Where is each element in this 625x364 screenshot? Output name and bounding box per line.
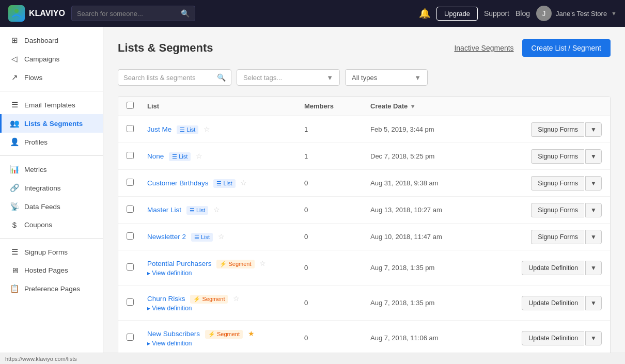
inactive-segments-link[interactable]: Inactive Segments	[454, 44, 513, 52]
sidebar: ⊞Dashboard◁Campaigns↗Flows☰Email Templat…	[0, 27, 103, 353]
segment-type-icon: ⚡	[208, 331, 215, 338]
star-icon[interactable]: ☆	[233, 294, 240, 303]
sidebar-item-hosted-pages[interactable]: 🖥Hosted Pages	[0, 261, 103, 279]
sidebar-item-signup-forms[interactable]: ☰Signup Forms	[0, 243, 103, 261]
view-definition-link[interactable]: View definition	[147, 270, 300, 277]
signup-forms-button[interactable]: Signup Forms	[531, 176, 584, 191]
main-content: Lists & Segments Inactive Segments Creat…	[103, 27, 625, 353]
star-icon[interactable]: ☆	[204, 125, 210, 133]
signup-forms-button[interactable]: Signup Forms	[531, 230, 584, 244]
user-menu[interactable]: J Jane's Test Store ▼	[536, 6, 617, 21]
global-search-input[interactable]	[77, 10, 177, 18]
row-checkbox[interactable]	[127, 152, 134, 159]
star-icon[interactable]: ☆	[196, 152, 202, 160]
sidebar-item-metrics[interactable]: 📊Metrics	[0, 160, 103, 179]
sidebar-label: Hosted Pages	[24, 266, 68, 274]
row-checkbox[interactable]	[127, 263, 134, 271]
date-column-header[interactable]: Create Date ▼	[370, 102, 484, 110]
type-badge: ☰List	[186, 206, 208, 215]
action-dropdown-button[interactable]: ▼	[585, 149, 602, 164]
sidebar-item-preference-pages[interactable]: 📋Preference Pages	[0, 279, 103, 298]
signup-forms-button[interactable]: Signup Forms	[531, 122, 584, 137]
list-name-link[interactable]: New Subscribers	[147, 330, 200, 338]
row-checkbox-cell	[127, 334, 143, 342]
date-cell: Aug 13, 2018, 10:27 am	[370, 206, 484, 214]
sidebar-divider	[0, 91, 103, 91]
upgrade-button[interactable]: Upgrade	[436, 7, 478, 21]
signup-forms-button[interactable]: Signup Forms	[531, 149, 584, 164]
search-lists-input[interactable]	[123, 74, 213, 82]
sidebar-item-dashboard[interactable]: ⊞Dashboard	[0, 31, 103, 50]
type-badge: ☰List	[169, 152, 191, 161]
avatar: J	[536, 6, 552, 21]
action-dropdown-button[interactable]: ▼	[585, 261, 602, 275]
star-icon[interactable]: ☆	[218, 232, 225, 241]
segment-type-icon: ⚡	[193, 296, 200, 303]
blog-link[interactable]: Blog	[515, 9, 530, 18]
row-checkbox[interactable]	[127, 298, 134, 306]
star-icon[interactable]: ☆	[213, 205, 220, 214]
action-dropdown-button[interactable]: ▼	[585, 331, 602, 345]
logo[interactable]: KLAVIYO	[8, 5, 65, 22]
row-checkbox[interactable]	[127, 334, 134, 341]
row-checkbox[interactable]	[127, 232, 134, 240]
star-icon[interactable]: ☆	[240, 179, 247, 187]
list-name-link[interactable]: Master List	[147, 206, 181, 214]
action-dropdown-button[interactable]: ▼	[585, 176, 602, 191]
sidebar-item-profiles[interactable]: 👤Profiles	[0, 133, 103, 151]
row-checkbox[interactable]	[127, 179, 134, 186]
list-name-link[interactable]: Newsletter 2	[147, 233, 186, 241]
sidebar-label: Integrations	[24, 184, 61, 192]
row-checkbox-cell	[127, 179, 143, 187]
row-checkbox[interactable]	[127, 205, 134, 213]
name-cell: Master List ☰List ☆	[147, 205, 300, 215]
list-type-icon: ☰	[216, 180, 222, 187]
row-checkbox[interactable]	[127, 125, 134, 132]
campaigns-icon: ◁	[10, 54, 19, 64]
support-link[interactable]: Support	[484, 9, 509, 18]
view-definition-link[interactable]: View definition	[147, 305, 300, 312]
star-icon[interactable]: ☆	[259, 259, 266, 267]
coupons-icon: $	[10, 220, 19, 229]
email-templates-icon: ☰	[10, 100, 19, 109]
sidebar-item-coupons[interactable]: $Coupons	[0, 216, 103, 234]
update-definition-button[interactable]: Update Definition	[522, 261, 584, 275]
actions-cell: Signup Forms ▼	[488, 149, 602, 164]
action-dropdown-button[interactable]: ▼	[585, 230, 602, 244]
list-name-link[interactable]: Just Me	[147, 125, 171, 133]
action-dropdown-button[interactable]: ▼	[585, 296, 602, 310]
action-dropdown-button[interactable]: ▼	[585, 122, 602, 137]
sidebar-item-data-feeds[interactable]: 📡Data Feeds	[0, 197, 103, 216]
user-name: Jane's Test Store	[556, 10, 607, 18]
update-definition-button[interactable]: Update Definition	[522, 331, 584, 345]
sidebar-item-integrations[interactable]: 🔗Integrations	[0, 179, 103, 197]
sidebar-item-campaigns[interactable]: ◁Campaigns	[0, 50, 103, 68]
list-name-link[interactable]: Customer Birthdays	[147, 179, 209, 187]
update-definition-button[interactable]: Update Definition	[522, 296, 584, 310]
tags-filter[interactable]: Select tags... ▼	[237, 69, 340, 86]
row-checkbox-cell	[127, 205, 143, 214]
type-filter-label: All types	[352, 74, 410, 82]
signup-forms-button[interactable]: Signup Forms	[531, 203, 584, 217]
sidebar-label: Signup Forms	[24, 248, 68, 256]
list-name-link[interactable]: Potential Purchasers	[147, 260, 212, 267]
create-list-segment-button[interactable]: Create List / Segment	[522, 39, 611, 57]
name-cell: Potential Purchasers ⚡Segment ☆ View def…	[147, 259, 300, 277]
list-search-box[interactable]: 🔍	[118, 69, 231, 86]
action-dropdown-button[interactable]: ▼	[585, 203, 602, 217]
sidebar-item-email-templates[interactable]: ☰Email Templates	[0, 96, 103, 114]
type-filter[interactable]: All types ▼	[345, 69, 428, 86]
chevron-down-icon: ▼	[414, 74, 421, 82]
list-name-link[interactable]: None	[147, 152, 164, 160]
table-row: Customer Birthdays ☰List ☆ 0 Aug 31, 201…	[118, 170, 610, 197]
list-name-link[interactable]: Churn Risks	[147, 295, 185, 303]
global-search[interactable]: 🔍	[71, 6, 195, 21]
select-all-checkbox[interactable]	[127, 102, 134, 109]
notifications-bell-icon[interactable]: 🔔	[419, 8, 430, 19]
sidebar-item-lists-segments[interactable]: 👥Lists & Segments	[0, 114, 103, 133]
view-definition-link[interactable]: View definition	[147, 340, 300, 347]
sidebar-item-flows[interactable]: ↗Flows	[0, 68, 103, 87]
star-icon[interactable]: ★	[248, 329, 255, 338]
sidebar-label: Coupons	[24, 221, 52, 229]
search-icon: 🔍	[181, 9, 190, 18]
